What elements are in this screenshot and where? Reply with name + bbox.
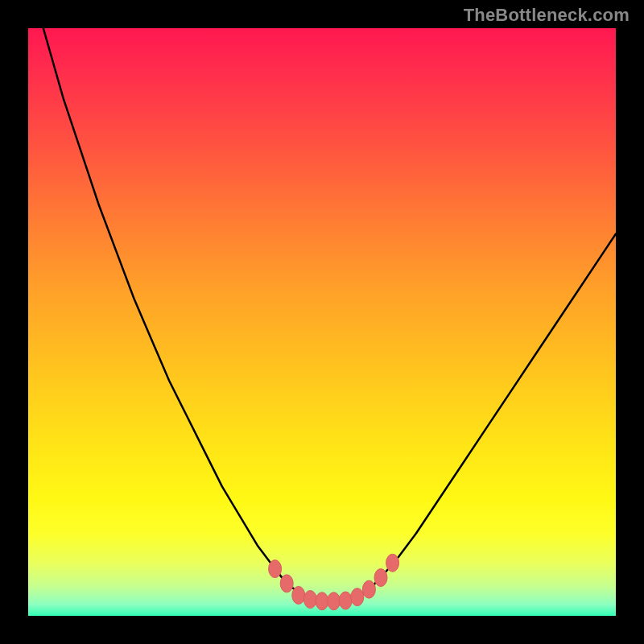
curve-marker	[362, 580, 375, 598]
curve-marker	[374, 569, 387, 587]
chart-frame: TheBottleneck.com	[0, 0, 644, 644]
curve-marker	[316, 592, 328, 610]
curve-marker	[269, 560, 282, 578]
curve-marker	[328, 592, 341, 610]
curve-marker	[292, 586, 305, 604]
curve-markers	[28, 28, 616, 616]
curve-marker	[303, 591, 316, 609]
curve-marker	[280, 575, 293, 592]
watermark-text: TheBottleneck.com	[464, 5, 630, 26]
plot-area	[28, 28, 616, 616]
curve-marker	[351, 588, 364, 606]
curve-marker	[386, 554, 399, 572]
curve-marker	[339, 592, 352, 609]
